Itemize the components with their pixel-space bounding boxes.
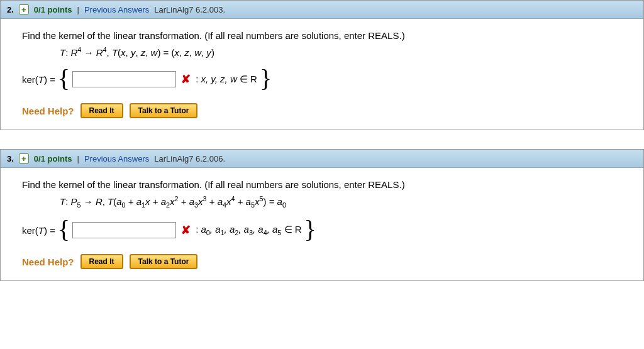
question-prompt: Find the kernel of the linear transforma… <box>22 30 622 41</box>
kernel-row: ker(T) = { ✘ : x, y, z, w ∈ R } <box>22 67 622 92</box>
plus-icon[interactable]: + <box>19 4 29 14</box>
need-help-label: Need Help? <box>22 106 74 116</box>
wrong-icon: ✘ <box>181 223 191 237</box>
separator: | <box>77 154 79 163</box>
question-ref: LarLinAlg7 6.2.006. <box>154 154 225 163</box>
question-header: 3. + 0/1 points | Previous Answers LarLi… <box>1 150 643 168</box>
ker-label: ker(T) = <box>22 225 55 236</box>
read-it-button[interactable]: Read It <box>80 254 123 269</box>
question-number: 3. <box>7 154 14 163</box>
answer-input[interactable] <box>72 71 176 87</box>
transformation-def: T: R4 → R4, T(x, y, z, w) = (x, z, w, y) <box>60 46 622 58</box>
question-prompt: Find the kernel of the linear transforma… <box>22 179 622 190</box>
left-brace-icon: { <box>58 66 70 91</box>
left-brace-icon: { <box>58 217 70 242</box>
question-number: 2. <box>7 5 14 14</box>
talk-to-tutor-button[interactable]: Talk to a Tutor <box>130 254 198 269</box>
read-it-button[interactable]: Read It <box>80 103 123 118</box>
question-3: 3. + 0/1 points | Previous Answers LarLi… <box>0 149 644 281</box>
help-row: Need Help? Read It Talk to a Tutor <box>22 254 622 269</box>
previous-answers-link[interactable]: Previous Answers <box>84 5 149 14</box>
question-body: Find the kernel of the linear transforma… <box>1 168 643 280</box>
question-body: Find the kernel of the linear transforma… <box>1 19 643 130</box>
kernel-row: ker(T) = { ✘ : a0, a1, a2, a3, a4, a5 ∈ … <box>22 218 622 243</box>
separator: | <box>77 5 79 14</box>
help-row: Need Help? Read It Talk to a Tutor <box>22 103 622 118</box>
talk-to-tutor-button[interactable]: Talk to a Tutor <box>130 103 198 118</box>
question-2: 2. + 0/1 points | Previous Answers LarLi… <box>0 0 644 130</box>
need-help-label: Need Help? <box>22 257 74 267</box>
ker-label: ker(T) = <box>22 74 55 85</box>
wrong-icon: ✘ <box>181 72 191 86</box>
plus-icon[interactable]: + <box>19 153 29 163</box>
transformation-def: T: P5 → R, T(a0 + a1x + a2x2 + a3x3 + a4… <box>60 195 622 209</box>
previous-answers-link[interactable]: Previous Answers <box>84 154 149 163</box>
question-ref: LarLinAlg7 6.2.003. <box>154 5 225 14</box>
set-condition: : a0, a1, a2, a3, a4, a5 ∈ R <box>196 224 301 236</box>
set-condition: : x, y, z, w ∈ R <box>196 74 257 85</box>
question-header: 2. + 0/1 points | Previous Answers LarLi… <box>1 1 643 19</box>
answer-input[interactable] <box>72 222 176 238</box>
points-label: 0/1 points <box>34 154 72 163</box>
points-label: 0/1 points <box>34 5 72 14</box>
right-brace-icon: } <box>304 217 316 242</box>
right-brace-icon: } <box>260 66 272 91</box>
